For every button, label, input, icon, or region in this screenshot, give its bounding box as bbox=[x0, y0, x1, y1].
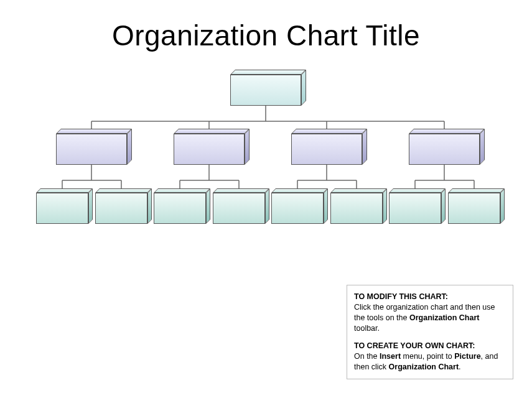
note-text: On the bbox=[354, 352, 380, 361]
instruction-note: TO MODIFY THIS CHART: Click the organiza… bbox=[347, 285, 513, 379]
note-text: . bbox=[459, 363, 460, 371]
note-bold: Organization Chart bbox=[409, 313, 480, 322]
note-heading-2: TO CREATE YOUR OWN CHART: bbox=[354, 341, 475, 350]
note-text: toolbar. bbox=[354, 324, 380, 333]
note-heading-1: TO MODIFY THIS CHART: bbox=[354, 292, 448, 301]
note-bold: Picture bbox=[454, 352, 480, 361]
note-bold: Organization Chart bbox=[389, 363, 459, 371]
org-chart[interactable] bbox=[0, 72, 532, 258]
note-text: menu, point to bbox=[401, 352, 454, 361]
chart-title: Organization Chart Title bbox=[0, 19, 532, 52]
note-bold: Insert bbox=[380, 352, 401, 361]
